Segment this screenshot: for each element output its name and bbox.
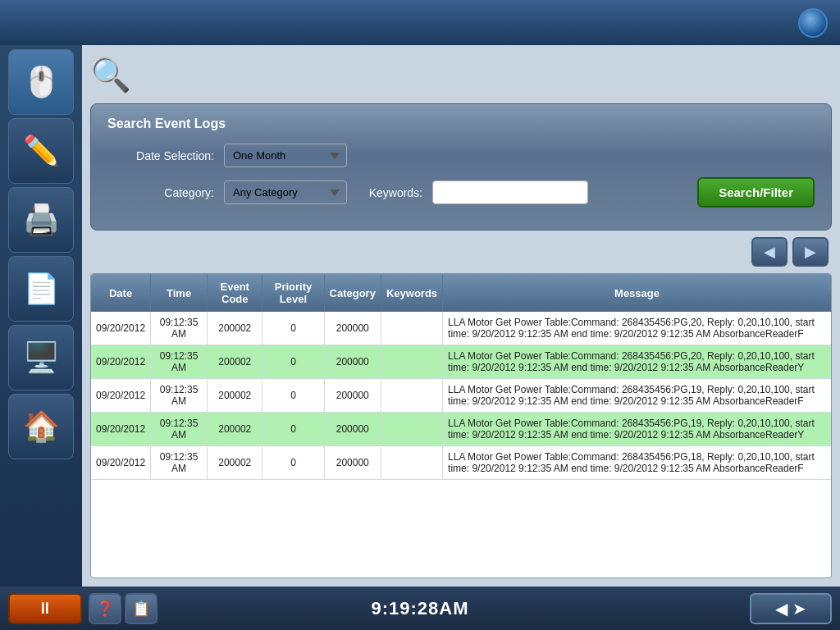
help-icon: ❓ [96,600,114,618]
table-cell: 200000 [324,345,381,379]
table-cell: 09/20/2012 [91,446,151,480]
sidebar-item-home[interactable]: 🏠 [8,394,74,459]
search-panel: Search Event Logs Date Selection: One Mo… [90,103,832,231]
bottom-right-controls: ◀ ➤ [750,593,832,624]
home-icon: 🏠 [23,409,60,444]
table-cell: 09:12:35 AM [151,446,208,480]
table-cell: LLA Motor Get Power Table:Command: 26843… [443,446,831,480]
forward-arrow-icon: ▶ [805,243,816,261]
sidebar-item-device[interactable]: 🖨️ [8,187,74,253]
table-cell: 200002 [208,345,262,379]
sidebar: 🖱️ ✏️ 🖨️ 📄 🖥️ 🏠 [0,45,82,587]
checklist-icon: ✏️ [23,134,60,168]
exit-button[interactable]: ◀ ➤ [750,593,832,624]
table-cell: 09:12:35 AM [151,312,208,345]
table-cell [381,446,442,480]
pause-icon: ⏸ [37,599,53,618]
sidebar-item-checklist[interactable]: ✏️ [8,118,74,184]
back-nav-icon: ◀ [775,599,788,619]
table-cell: 09/20/2012 [91,345,151,379]
table-cell: LLA Motor Get Power Table:Command: 26843… [443,413,831,446]
exit-arrow-icon: ➤ [792,599,806,619]
back-arrow-button[interactable]: ◀ [751,237,788,267]
table-cell: 09:12:35 AM [151,379,208,413]
table-row: 09/20/201209:12:35 AM2000020200000LLA Mo… [91,312,831,345]
help-button[interactable]: ❓ [89,593,121,624]
date-label: Date Selection: [107,149,214,162]
table-cell: 200002 [208,446,262,480]
table-cell: 0 [262,446,324,480]
table-cell: 200000 [324,312,381,345]
table-cell: 0 [262,312,324,345]
table-cell: 0 [262,379,324,413]
touch-screen-icon: 🖱️ [23,65,60,99]
table-cell: 09:12:35 AM [151,413,208,446]
monitor-icon: 🖥️ [23,340,60,375]
header-icon-box: 🔍 [90,57,131,94]
event-log-table: Date Time Event Code Priority Level Cate… [91,274,831,480]
category-row: Category: Any Category Error Warning Inf… [107,177,815,208]
sidebar-item-touch[interactable]: 🖱️ [8,49,74,115]
keywords-input[interactable] [432,180,588,204]
list-icon: 📋 [132,600,150,618]
table-cell: 09/20/2012 [91,379,151,413]
table-cell [381,345,442,379]
top-bar [0,0,840,45]
content-header: 🔍 [90,53,832,97]
device-icon: 🖨️ [23,203,60,237]
date-selection-row: Date Selection: One Month One Week Today… [107,144,815,167]
forward-arrow-button[interactable]: ▶ [792,237,829,267]
date-select[interactable]: One Month One Week Today All [224,144,347,167]
col-category: Category [324,274,381,312]
col-priority-level: Priority Level [262,274,324,312]
reports-icon: 📄 [23,272,60,306]
event-log-table-container: Date Time Event Code Priority Level Cate… [90,273,832,578]
table-cell: 200000 [324,413,381,446]
nav-arrows: ◀ ▶ [90,237,832,267]
table-cell [381,413,442,446]
col-time: Time [151,274,208,312]
table-cell: LLA Motor Get Power Table:Command: 26843… [443,312,831,345]
table-row: 09/20/201209:12:35 AM2000020200000LLA Mo… [91,413,831,446]
back-arrow-icon: ◀ [764,243,775,261]
search-filter-button[interactable]: Search/Filter [697,177,815,208]
bottom-center-icons: ❓ 📋 [89,593,158,624]
bottom-left-controls: ⏸ ❓ 📋 [8,593,158,624]
table-cell: 200002 [208,379,262,413]
status-indicator-circle [798,8,828,38]
sidebar-item-reports[interactable]: 📄 [8,256,74,322]
search-panel-title: Search Event Logs [107,116,815,131]
search-logs-icon: 🔍 [90,56,131,94]
keywords-label: Keywords: [357,186,422,199]
table-cell [381,379,442,413]
main-layout: 🖱️ ✏️ 🖨️ 📄 🖥️ 🏠 🔍 Search Event Logs [0,45,840,587]
table-cell: 09:12:35 AM [151,345,208,379]
table-cell: 09/20/2012 [91,312,151,345]
table-row: 09/20/201209:12:35 AM2000020200000LLA Mo… [91,379,831,413]
category-label: Category: [107,186,214,199]
table-cell: 200000 [324,379,381,413]
col-message: Message [443,274,831,312]
col-event-code: Event Code [208,274,262,312]
category-select[interactable]: Any Category Error Warning Info [224,180,347,204]
table-cell [381,312,442,345]
col-keywords: Keywords [381,274,442,312]
content-area: 🔍 Search Event Logs Date Selection: One … [82,45,840,587]
table-row: 09/20/201209:12:35 AM2000020200000LLA Mo… [91,345,831,379]
table-cell: 200000 [324,446,381,480]
table-cell: 0 [262,413,324,446]
table-cell: LLA Motor Get Power Table:Command: 26843… [443,345,831,379]
table-body: 09/20/201209:12:35 AM2000020200000LLA Mo… [91,312,831,480]
table-row: 09/20/201209:12:35 AM2000020200000LLA Mo… [91,446,831,480]
pause-button[interactable]: ⏸ [8,593,82,624]
clock-display: 9:19:28AM [371,598,468,619]
table-cell: 200002 [208,312,262,345]
col-date: Date [91,274,151,312]
sidebar-item-monitor[interactable]: 🖥️ [8,325,74,390]
bottom-bar: ⏸ ❓ 📋 9:19:28AM ◀ ➤ [0,587,840,630]
table-cell: LLA Motor Get Power Table:Command: 26843… [443,379,831,413]
table-cell: 200002 [208,413,262,446]
list-button[interactable]: 📋 [125,593,158,624]
table-cell: 0 [262,345,324,379]
table-header-row: Date Time Event Code Priority Level Cate… [91,274,831,312]
